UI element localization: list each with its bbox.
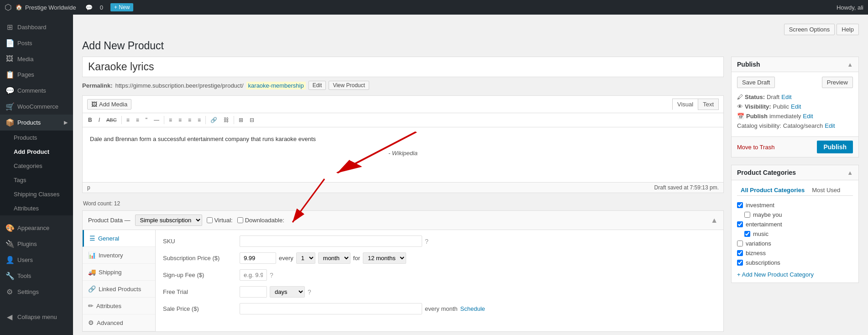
sidebar-item-comments[interactable]: 💬 Comments (0, 83, 73, 99)
cat-checkbox-investment[interactable] (737, 202, 743, 208)
publish-time-label: Publish (746, 113, 768, 120)
new-button[interactable]: + New (110, 3, 133, 11)
align-right-button[interactable]: ≡ (185, 115, 194, 125)
publish-button[interactable]: Publish (817, 141, 853, 153)
shipping-tab-icon: 🚚 (88, 268, 96, 276)
trial-period-select[interactable]: days weeks months (270, 286, 305, 298)
sidebar-submenu-attributes[interactable]: Attributes (0, 201, 73, 215)
add-media-button[interactable]: 🖼 Add Media (87, 99, 131, 110)
align-center-button[interactable]: ≡ (176, 115, 184, 125)
sidebar-item-dashboard[interactable]: ⊞ Dashboard (0, 19, 73, 35)
sidebar-collapse-menu[interactable]: ◀ Collapse menu (0, 309, 73, 325)
editor-tabs: Visual Text (672, 99, 719, 110)
cat-checkbox-entertainment[interactable] (737, 221, 743, 227)
editor-body[interactable]: Dale and Brennan form a successful enter… (83, 127, 723, 182)
visibility-value: Public (773, 103, 789, 110)
most-used-tab[interactable]: Most Used (808, 185, 844, 195)
visual-tab[interactable]: Visual (672, 99, 698, 110)
sidebar-item-woocommerce[interactable]: 🛒 WooCommerce (0, 99, 73, 115)
free-trial-field-row: Free Trial days weeks months ? (163, 286, 716, 298)
billing-interval-select[interactable]: day week month year (318, 252, 350, 264)
ol-button[interactable]: ≡ (133, 115, 142, 125)
cat-checkbox-subscriptions[interactable] (737, 260, 743, 266)
align-left-button[interactable]: ≡ (166, 115, 175, 125)
italic-button[interactable]: I (96, 115, 103, 125)
sidebar-item-plugins[interactable]: 🔌 Plugins (0, 236, 73, 252)
blockquote-button[interactable]: " (143, 115, 150, 125)
cat-checkbox-music[interactable] (744, 231, 750, 237)
table-button[interactable]: ⊞ (236, 115, 246, 125)
product-type-select[interactable]: Simple subscription (135, 215, 202, 226)
sidebar-submenu-all-products[interactable]: Products (0, 131, 73, 145)
publish-toggle[interactable]: ▲ (847, 61, 853, 68)
sidebar-item-tools[interactable]: 🔧 Tools (0, 268, 73, 284)
schedule-link[interactable]: Schedule (460, 305, 485, 312)
billing-period-select[interactable]: 1 2 3 (296, 252, 315, 264)
virtual-checkbox[interactable] (207, 217, 213, 223)
edit-permalink-button[interactable]: Edit (309, 81, 326, 90)
sale-price-input-container: every month Schedule (240, 303, 716, 314)
downloadable-checkbox[interactable] (237, 217, 243, 223)
subscription-price-input[interactable] (240, 252, 276, 264)
billing-length-select[interactable]: 12 months 6 months 3 months (363, 252, 406, 264)
cat-checkbox-variations[interactable] (737, 241, 743, 246)
dash-button[interactable]: — (151, 115, 162, 125)
ptab-shipping[interactable]: 🚚 Shipping (83, 264, 155, 281)
ptab-linked[interactable]: 🔗 Linked Products (83, 281, 155, 298)
cat-checkbox-maybe-you[interactable] (744, 212, 750, 218)
special-button[interactable]: ⊟ (247, 115, 257, 125)
signup-fee-input[interactable] (240, 269, 267, 281)
visibility-edit-link[interactable]: Edit (791, 103, 801, 110)
categories-toggle[interactable]: ▲ (847, 169, 853, 176)
bold-button[interactable]: B (85, 115, 95, 125)
sidebar-submenu-shipping-classes[interactable]: Shipping Classes (0, 187, 73, 201)
unlink-button[interactable]: ⛓ (221, 115, 232, 125)
ptab-general[interactable]: ☰ General (83, 230, 155, 247)
link-button[interactable]: 🔗 (208, 115, 220, 125)
users-icon: 👤 (5, 256, 14, 264)
text-tab[interactable]: Text (698, 99, 719, 110)
all-categories-tab[interactable]: All Product Categories (737, 185, 808, 195)
status-edit-link[interactable]: Edit (781, 94, 791, 100)
product-data-toggle[interactable]: ▲ (711, 216, 718, 225)
add-media-label: Add Media (99, 101, 127, 108)
sidebar-item-media[interactable]: 🖼 Media (0, 51, 73, 67)
ptab-inventory[interactable]: 📊 Inventory (83, 247, 155, 264)
sidebar-item-users[interactable]: 👤 Users (0, 252, 73, 268)
sidebar-submenu-categories[interactable]: Categories (0, 159, 73, 173)
cat-checkbox-bizness[interactable] (737, 250, 743, 256)
view-product-button[interactable]: View Product (329, 81, 369, 90)
add-new-category-link[interactable]: + Add New Product Category (737, 271, 853, 278)
site-name[interactable]: Prestige Worldwide (25, 4, 76, 11)
sidebar-item-appearance[interactable]: 🎨 Appearance (0, 220, 73, 236)
wp-logo[interactable]: ⬡ (5, 2, 12, 12)
products-icon: 📦 (5, 118, 14, 127)
sidebar-submenu-add-product[interactable]: Add Product (0, 145, 73, 159)
screen-options-button[interactable]: Screen Options (784, 24, 835, 35)
sidebar-item-products[interactable]: 📦 Products ▶ (0, 115, 73, 131)
help-button[interactable]: Help (837, 24, 859, 35)
categories-body: All Product Categories Most Used investm… (732, 180, 858, 283)
comments-count[interactable]: 0 (100, 4, 103, 11)
sidebar-item-pages[interactable]: 📋 Pages (0, 67, 73, 83)
publish-time-edit-link[interactable]: Edit (803, 113, 813, 120)
howdy: Howdy, ali (837, 4, 863, 11)
product-title-input[interactable] (82, 57, 724, 77)
free-trial-input[interactable] (240, 286, 267, 298)
ptab-advanced[interactable]: ⚙ Advanced (83, 314, 155, 331)
strikethrough-button[interactable]: ABC (104, 115, 120, 125)
visibility-icon: 👁 (737, 103, 743, 110)
sale-price-input[interactable] (240, 303, 422, 314)
preview-button[interactable]: Preview (822, 77, 853, 88)
sidebar-item-posts[interactable]: 📄 Posts (0, 35, 73, 51)
sidebar-submenu-tags[interactable]: Tags (0, 173, 73, 187)
catalog-visibility-edit-link[interactable]: Edit (825, 122, 835, 129)
sidebar-item-settings[interactable]: ⚙ Settings (0, 284, 73, 300)
save-draft-button[interactable]: Save Draft (737, 77, 775, 88)
permalink-slug[interactable]: karaoke-membership (246, 82, 306, 89)
sku-input[interactable] (240, 236, 422, 247)
ul-button[interactable]: ≡ (124, 115, 132, 125)
align-justify-button[interactable]: ≡ (195, 115, 204, 125)
ptab-attributes[interactable]: ✏ Attributes (83, 298, 155, 314)
move-to-trash-link[interactable]: Move to Trash (737, 144, 774, 151)
